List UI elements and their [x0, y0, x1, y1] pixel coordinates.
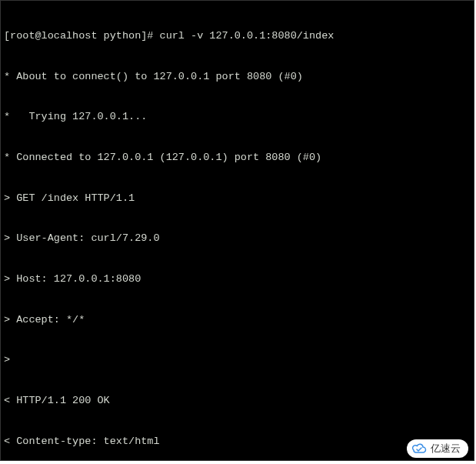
watermark-text: 亿速云 [431, 442, 461, 456]
terminal-line: * Connected to 127.0.0.1 (127.0.0.1) por… [4, 151, 471, 165]
terminal-line: * About to connect() to 127.0.0.1 port 8… [4, 70, 471, 84]
terminal-line: < HTTP/1.1 200 OK [4, 394, 471, 408]
terminal-line: > Host: 127.0.0.1:8080 [4, 272, 471, 286]
terminal-line: > [4, 353, 471, 367]
terminal-line: [root@localhost python]# curl -v 127.0.0… [4, 29, 471, 43]
terminal-line: < Content-type: text/html [4, 435, 471, 449]
terminal-line: > User-Agent: curl/7.29.0 [4, 232, 471, 245]
terminal-line: * Trying 127.0.0.1... [4, 110, 471, 124]
terminal-window[interactable]: [root@localhost python]# curl -v 127.0.0… [0, 0, 474, 461]
cloud-icon [411, 443, 427, 454]
terminal-line: > Accept: */* [4, 313, 471, 327]
terminal-line: > GET /index HTTP/1.1 [4, 192, 471, 205]
watermark-badge: 亿速云 [407, 439, 468, 458]
